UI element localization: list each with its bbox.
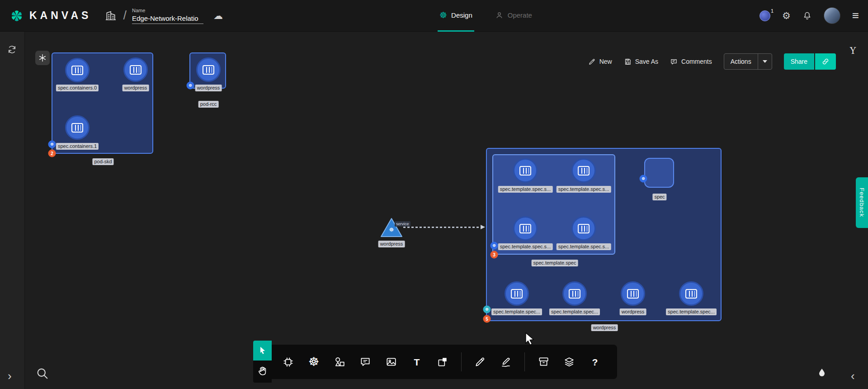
node-label: wordpress: [123, 85, 149, 91]
tab-operate[interactable]: Operate: [493, 0, 534, 32]
issue-count-badge[interactable]: 5: [483, 315, 491, 323]
hamburger-menu-icon[interactable]: ≡: [852, 9, 859, 23]
pen-icon: [500, 356, 512, 368]
comments-label: Comments: [681, 58, 712, 65]
node-label: spec.template.spec.s...: [557, 186, 611, 193]
canvas-toolbar: New Save As Comments Actions Share: [588, 53, 836, 70]
share-button[interactable]: Share: [784, 53, 814, 70]
comment-tool-button[interactable]: [358, 355, 373, 369]
logo-text: KANVAS: [29, 9, 91, 22]
issue-count-badge[interactable]: 3: [491, 251, 498, 259]
container-node[interactable]: [562, 281, 587, 306]
text-tool-icon: T: [414, 357, 420, 367]
kubernetes-tool-button[interactable]: ☸: [307, 355, 321, 369]
group-pod-skd[interactable]: spec.containers.0 wordpress spec.contain…: [52, 52, 153, 154]
text-tool-button[interactable]: T: [410, 355, 424, 369]
archive-tool-button[interactable]: [536, 355, 551, 369]
kubernetes-badge-icon[interactable]: ☸: [48, 141, 56, 148]
feedback-tab[interactable]: Feedback: [856, 177, 868, 228]
group-label: pod-rcc: [198, 101, 219, 108]
ink-drop-icon[interactable]: [816, 367, 827, 378]
group-label: pod-skd: [92, 158, 113, 165]
mouse-cursor-icon: [525, 332, 536, 345]
actions-button[interactable]: Actions: [724, 53, 772, 70]
container-node[interactable]: [65, 115, 90, 140]
design-name-input[interactable]: [132, 14, 203, 24]
container-icon: [578, 166, 590, 176]
design-name-label: Name: [132, 8, 203, 13]
actions-label: Actions: [724, 54, 758, 69]
container-node[interactable]: [679, 281, 703, 306]
pan-tool-button[interactable]: [253, 361, 272, 381]
container-icon: [569, 289, 580, 299]
user-avatar[interactable]: [824, 7, 840, 24]
actions-dropdown-toggle[interactable]: [758, 54, 772, 69]
credits-coin-icon[interactable]: 1: [760, 10, 770, 21]
dock-separator: [461, 352, 462, 371]
container-node[interactable]: [65, 58, 90, 82]
chip-icon: [282, 356, 294, 368]
sync-icon[interactable]: [7, 44, 17, 55]
container-node[interactable]: [571, 158, 596, 183]
container-node[interactable]: [196, 57, 221, 82]
collapse-panel-chevron-icon[interactable]: ‹: [851, 370, 855, 382]
zoom-icon[interactable]: [35, 366, 49, 380]
shapes-icon: [334, 356, 345, 368]
y-panel-toggle-icon[interactable]: Y: [850, 45, 856, 56]
hand-icon: [257, 365, 269, 377]
layers-icon: [563, 356, 575, 368]
organization-icon[interactable]: [105, 10, 117, 22]
group-spec-template-spec[interactable]: spec.template.spec.s... spec.template.sp…: [492, 154, 615, 255]
service-node[interactable]: ☸: [380, 217, 403, 238]
kubernetes-badge-icon[interactable]: ☸: [491, 242, 498, 250]
dock-pointer-column: [253, 341, 272, 383]
container-icon: [71, 123, 83, 133]
issue-count-badge[interactable]: 2: [48, 150, 56, 157]
spec-node[interactable]: [644, 158, 674, 188]
container-node[interactable]: [513, 216, 538, 241]
snowflake-tool-button[interactable]: [35, 51, 50, 65]
shapes-tool-button[interactable]: [332, 355, 347, 369]
pen-tool-button[interactable]: [499, 355, 513, 369]
container-node[interactable]: [505, 281, 529, 306]
app-header: KANVAS / Name ☁ ☸ Design Operate 1 ⚙: [0, 0, 868, 32]
container-node[interactable]: [513, 158, 538, 183]
edge-arrowhead-icon: [481, 225, 485, 229]
layers-tool-button[interactable]: [562, 355, 576, 369]
kubernetes-badge-icon[interactable]: ☸: [187, 82, 194, 90]
container-node[interactable]: [123, 57, 148, 82]
help-tool-button[interactable]: ?: [588, 355, 602, 369]
copy-link-button[interactable]: [815, 53, 836, 70]
kubernetes-badge-icon[interactable]: ☸: [483, 306, 491, 313]
kubernetes-badge-icon[interactable]: ☸: [640, 175, 647, 183]
group-wordpress-deployment[interactable]: spec.template.spec.s... spec.template.sp…: [486, 148, 722, 321]
rectangle-icon: [437, 356, 448, 368]
container-node[interactable]: [571, 216, 596, 241]
mode-tabs: ☸ Design Operate: [438, 0, 534, 32]
node-label: wordpress: [620, 308, 646, 315]
save-icon: [624, 58, 632, 66]
design-canvas[interactable]: › spec.containers.0 wordpress spec.conta…: [0, 32, 868, 389]
notifications-bell-icon[interactable]: [802, 11, 812, 20]
comments-button[interactable]: Comments: [670, 58, 712, 66]
pencil-tool-button[interactable]: [473, 355, 487, 369]
settings-gear-icon[interactable]: ⚙: [782, 11, 791, 20]
service-edge[interactable]: [403, 227, 483, 228]
group-label: wordpress: [591, 324, 618, 331]
container-icon: [203, 65, 214, 75]
cloud-sync-icon[interactable]: ☁: [213, 11, 223, 20]
container-icon: [627, 289, 639, 299]
shape-rect-tool-button[interactable]: [435, 355, 450, 369]
media-tool-button[interactable]: [384, 355, 398, 369]
expand-panel-chevron-icon[interactable]: ›: [8, 370, 12, 382]
new-button[interactable]: New: [588, 58, 612, 66]
new-label: New: [599, 58, 612, 65]
component-tool-button[interactable]: [281, 355, 295, 369]
save-as-button[interactable]: Save As: [624, 58, 658, 66]
container-node[interactable]: [621, 281, 645, 306]
select-tool-button[interactable]: [253, 341, 272, 361]
kanvas-logo[interactable]: KANVAS: [9, 8, 91, 24]
design-tab-label: Design: [451, 11, 472, 19]
group-pod-rcc[interactable]: wordpress ☸ pod-rcc: [189, 52, 226, 89]
tab-design[interactable]: ☸ Design: [438, 0, 474, 32]
